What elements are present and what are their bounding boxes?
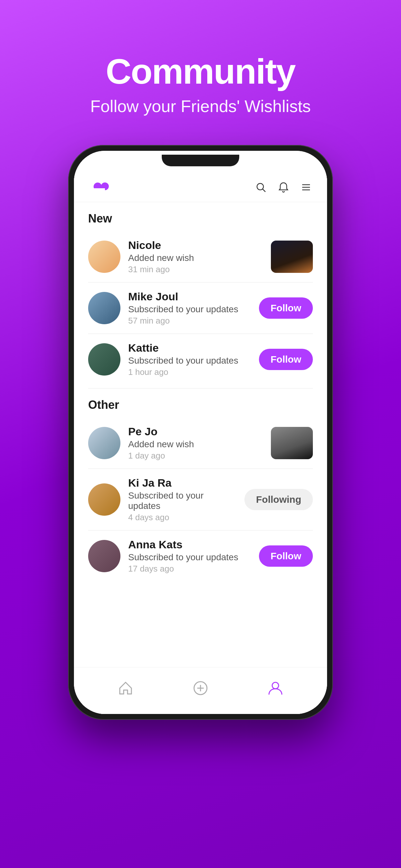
user-name: Ki Ja Ra [128, 476, 237, 489]
list-item: Ki Ja Ra Subscribed to your updates 4 da… [74, 469, 327, 530]
hero-subtitle: Follow your Friends' Wishlists [90, 97, 311, 116]
bell-icon[interactable] [277, 181, 290, 194]
feed-info: Pe Jo Added new wish 1 day ago [128, 425, 263, 461]
follow-button[interactable]: Follow [259, 298, 313, 319]
user-name: Mike Joul [128, 290, 251, 303]
nav-home[interactable] [113, 675, 138, 701]
avatar [88, 292, 120, 324]
wish-thumbnail [271, 427, 313, 459]
following-button[interactable]: Following [244, 489, 313, 510]
follow-button[interactable]: Follow [259, 349, 313, 370]
time-text: 57 min ago [128, 316, 251, 326]
time-text: 1 hour ago [128, 367, 251, 377]
phone-screen: New Nicole Added new wish 31 min ago [74, 151, 327, 714]
svg-point-8 [272, 682, 279, 689]
avatar [88, 484, 120, 516]
hero-header: Community Follow your Friends' Wishlists [90, 52, 311, 116]
nav-add[interactable] [188, 675, 213, 701]
action-text: Subscribed to your updates [128, 552, 251, 562]
avatar [88, 427, 120, 459]
time-text: 31 min ago [128, 265, 263, 275]
nav-bar [74, 170, 327, 202]
list-item: Pe Jo Added new wish 1 day ago [74, 417, 327, 469]
action-text: Subscribed to your updates [128, 491, 237, 511]
user-name: Anna Kats [128, 538, 251, 551]
feed-info: Anna Kats Subscribed to your updates 17 … [128, 538, 251, 574]
action-text: Subscribed to your updates [128, 355, 251, 366]
list-item: Kattie Subscribed to your updates 1 hour… [74, 334, 327, 385]
feed-info: Ki Ja Ra Subscribed to your updates 4 da… [128, 476, 237, 523]
nav-icons [254, 181, 313, 194]
time-text: 17 days ago [128, 564, 251, 574]
feed-info: Nicole Added new wish 31 min ago [128, 239, 263, 275]
time-text: 1 day ago [128, 451, 263, 461]
action-text: Added new wish [128, 253, 263, 263]
menu-icon[interactable] [299, 181, 313, 194]
list-item: Mike Joul Subscribed to your updates 57 … [74, 283, 327, 334]
action-text: Subscribed to your updates [128, 304, 251, 314]
avatar [88, 343, 120, 376]
svg-line-1 [263, 189, 266, 192]
app-content: New Nicole Added new wish 31 min ago [74, 170, 327, 714]
wish-thumbnail [271, 241, 313, 273]
section-other-label: Other [74, 389, 327, 417]
phone-frame: New Nicole Added new wish 31 min ago [68, 145, 333, 720]
feed-info: Kattie Subscribed to your updates 1 hour… [128, 342, 251, 377]
user-name: Kattie [128, 342, 251, 354]
bottom-nav [74, 667, 327, 714]
feed: New Nicole Added new wish 31 min ago [74, 202, 327, 667]
time-text: 4 days ago [128, 513, 237, 523]
list-item: Anna Kats Subscribed to your updates 17 … [74, 531, 327, 582]
notch [162, 155, 239, 166]
user-name: Pe Jo [128, 425, 263, 438]
feed-info: Mike Joul Subscribed to your updates 57 … [128, 290, 251, 326]
svg-point-0 [257, 183, 264, 190]
avatar [88, 540, 120, 572]
search-icon[interactable] [254, 181, 268, 194]
avatar [88, 241, 120, 273]
status-bar [74, 151, 327, 170]
app-logo[interactable] [88, 179, 109, 195]
user-name: Nicole [128, 239, 263, 252]
list-item: Nicole Added new wish 31 min ago [74, 231, 327, 282]
section-new-label: New [74, 202, 327, 231]
nav-profile[interactable] [263, 675, 288, 701]
hero-title: Community [90, 52, 311, 91]
action-text: Added new wish [128, 439, 263, 450]
follow-button[interactable]: Follow [259, 546, 313, 567]
